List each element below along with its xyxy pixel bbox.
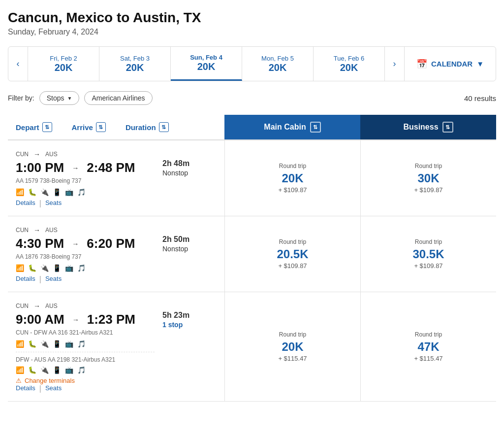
times-arrow-icon-2: → [72,316,79,324]
duration-0: 2h 48m [162,159,217,168]
business-price-0[interactable]: Round trip 30K + $109.87 [360,140,496,216]
airport-codes-1: CUN → AUS [16,226,155,234]
flight-row-1: CUN → AUS 4:30 PM → 6:20 PM AA 1876 738-… [8,216,496,292]
depart-time-1: 4:30 PM [16,236,64,251]
sort-depart-icon: ⇅ [42,122,52,132]
amenity-icon-2-5: 🎵 [77,366,86,374]
amenity-icon-0-5: 🎵 [77,188,86,196]
main-cabin-price-1[interactable]: Round trip 20.5K + $109.87 [224,216,360,292]
stops-filter[interactable]: Stops ▼ [39,91,80,105]
stops-label-2: 1 stop [162,321,217,329]
times-block-2: CUN → AUS 9:00 AM → 1:23 PM CUN - DFW AA… [16,302,155,393]
airline-filter[interactable]: American Airlines [84,91,152,105]
business-price-1[interactable]: Round trip 30.5K + $109.87 [360,216,496,292]
second-segment-meta-2: DFW - AUS AA 2198 321-Airbus A321 [16,356,155,363]
cabin-headers: Main Cabin ⇅ Business ⇅ [224,115,496,139]
date-label-3: Mon, Feb 5 [261,55,294,62]
date-item-3[interactable]: Mon, Feb 5 20K [242,47,314,81]
seats-link-2[interactable]: Seats [45,384,62,393]
amenity-icon-2-1: 🐛 [28,340,36,348]
biz-cash-2: + $115.47 [414,355,442,362]
date-item-0[interactable]: Fri, Feb 2 20K [28,47,99,81]
depart-time-0: 1:00 PM [16,160,64,175]
times-arrow-icon-0: → [72,164,79,172]
sort-arrive[interactable]: Arrive ⇅ [72,122,106,132]
main-points-0: 20K [282,171,303,185]
biz-cash-0: + $109.87 [414,186,442,194]
business-cabin-label: Business [403,123,438,132]
next-date-arrow[interactable]: › [384,47,404,81]
prev-date-arrow[interactable]: ‹ [8,47,28,81]
amenity-icon-1-0: 📶 [16,264,24,272]
date-points-3: 20K [269,62,287,73]
times-block-1: CUN → AUS 4:30 PM → 6:20 PM AA 1876 738-… [16,226,155,284]
date-points-1: 20K [126,62,144,73]
price-cells-1: Round trip 20.5K + $109.87 Round trip 30… [224,216,496,292]
amenity-icon-0-3: 📱 [53,188,61,196]
biz-points-0: 30K [417,171,439,185]
calendar-icon: 📅 [416,59,427,69]
arrive-code-2: AUS [45,303,58,309]
business-cabin-header[interactable]: Business ⇅ [360,115,496,139]
depart-time-2: 9:00 AM [16,312,64,327]
airline-filter-label: American Airlines [92,94,145,102]
arrive-time-0: 2:48 PM [87,160,135,175]
amenity-icon-1-2: 🔌 [40,264,49,272]
main-round-trip-label-2: Round trip [279,331,306,338]
main-cash-2: + $115.47 [278,355,307,362]
amenity-icon-2-1: 🐛 [28,366,36,374]
flight-meta-1: AA 1876 738-Boeing 737 [16,253,155,260]
details-link-0[interactable]: Details [16,199,35,208]
sort-arrive-label: Arrive [72,123,93,132]
date-item-4[interactable]: Tue, Feb 6 20K [314,47,384,81]
sort-arrive-icon: ⇅ [96,122,106,132]
flight-links-1: Details | Seats [16,275,155,284]
biz-round-trip-label-2: Round trip [415,331,442,338]
sort-depart-label: Depart [16,123,39,132]
main-cabin-price-0[interactable]: Round trip 20K + $109.87 [224,140,360,216]
details-link-1[interactable]: Details [16,275,35,284]
flight-links-2: Details | Seats [16,384,155,393]
depart-code-1: CUN [16,227,29,234]
main-cabin-sort-icon: ⇅ [310,122,321,133]
sort-duration[interactable]: Duration ⇅ [126,122,169,132]
amenity-icon-2-3: 📱 [53,366,61,374]
calendar-chevron-icon: ▼ [476,60,484,68]
date-label-1: Sat, Feb 3 [120,55,150,62]
sort-depart[interactable]: Depart ⇅ [16,122,52,132]
seats-link-0[interactable]: Seats [45,199,62,208]
stops-chevron-icon: ▼ [67,96,72,101]
date-item-1[interactable]: Sat, Feb 3 20K [99,47,171,81]
times-arrow-icon-1: → [72,240,79,248]
flight-amenities-2: 📶🐛🔌📱📺🎵 [16,340,155,348]
details-link-2[interactable]: Details [16,384,35,393]
amenity-icon-2-0: 📶 [16,366,24,374]
amenity-icon-0-1: 🐛 [28,188,36,196]
main-cash-1: + $109.87 [278,262,307,270]
business-price-2[interactable]: Round trip 47K + $115.47 [360,292,496,401]
stops-label-0: Nonstop [162,169,217,177]
price-cells-0: Round trip 20K + $109.87 Round trip 30K … [224,140,496,216]
main-round-trip-label-1: Round trip [279,238,306,245]
flight-info-1: CUN → AUS 4:30 PM → 6:20 PM AA 1876 738-… [8,216,224,292]
seats-link-1[interactable]: Seats [45,275,62,284]
biz-cash-1: + $109.87 [414,262,442,270]
page-title: Cancun, Mexico to Austin, TX [8,10,496,26]
calendar-button[interactable]: 📅 CALENDAR ▼ [404,47,496,81]
sort-duration-label: Duration [126,123,156,132]
main-points-1: 20.5K [277,247,308,261]
stops-filter-label: Stops [47,94,64,102]
date-label-4: Tue, Feb 6 [334,55,364,62]
sort-row: Depart ⇅ Arrive ⇅ Duration ⇅ Main Cabin … [8,115,496,140]
main-cabin-header[interactable]: Main Cabin ⇅ [224,115,360,139]
times-block-0: CUN → AUS 1:00 PM → 2:48 PM AA 1579 738-… [16,150,155,208]
biz-points-2: 47K [417,340,439,354]
duration-2: 5h 23m [162,311,217,320]
depart-code-2: CUN [16,303,29,309]
date-item-2[interactable]: Sun, Feb 4 20K [171,47,242,81]
amenity-icon-2-3: 📱 [53,340,61,348]
main-cabin-price-2[interactable]: Round trip 20K + $115.47 [224,292,360,401]
arrive-code-1: AUS [45,227,58,234]
amenity-icon-1-4: 📺 [65,264,73,272]
business-cabin-sort-icon: ⇅ [442,122,453,133]
